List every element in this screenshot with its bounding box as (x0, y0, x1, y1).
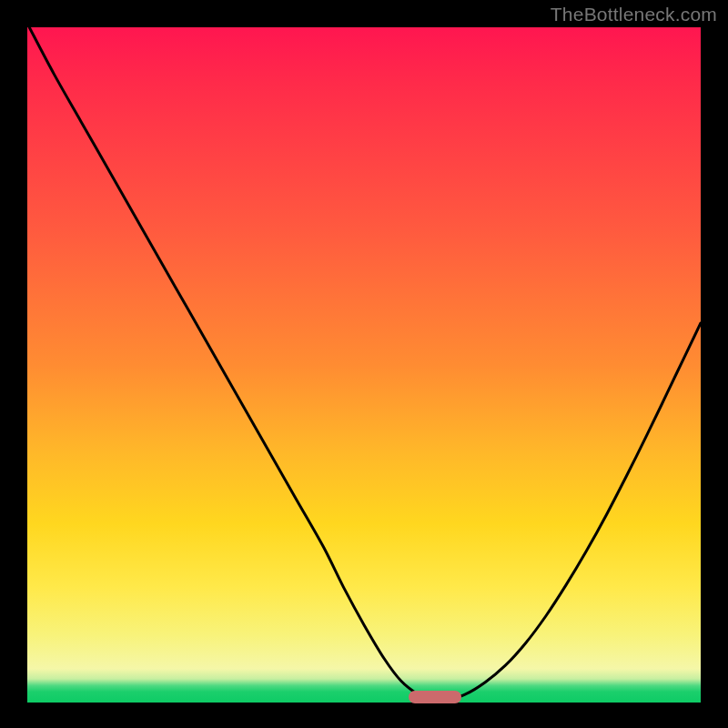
plot-area (27, 27, 701, 703)
chart-frame: TheBottleneck.com (0, 0, 728, 728)
watermark-text: TheBottleneck.com (551, 4, 717, 25)
curve-right-arm (445, 323, 701, 701)
optimal-marker (409, 691, 461, 703)
bottleneck-curve (27, 27, 701, 703)
curve-left-arm (29, 27, 431, 701)
